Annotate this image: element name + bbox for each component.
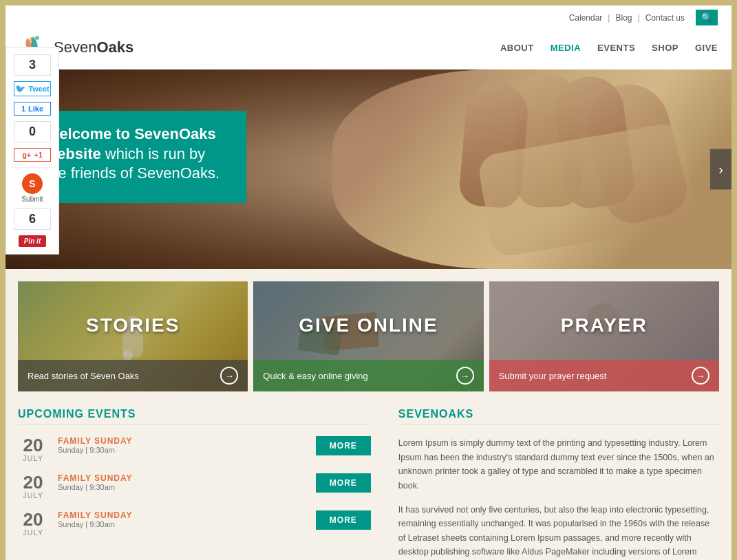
social-sidebar: 3 🐦 Tweet 1 Like 0 g+ +1 S Submit 6 Pin … [6,47,59,255]
zero-count: 0 [14,121,51,142]
event-3-month: JULY [18,528,48,537]
top-bar-links: Calendar | Blog | Contact us 🔍 [569,10,718,25]
tweet-button[interactable]: 🐦 Tweet [14,81,51,96]
svg-point-1 [35,36,39,40]
give-card[interactable]: GIVE ONLINE Quick & easy online giving → [253,281,483,391]
give-footer: Quick & easy online giving → [253,360,483,391]
event-1-name: FAMILY SUNDAY [58,436,306,446]
event-2-details: FAMILY SUNDAY Sunday | 9:30am [58,473,306,491]
hero-next-button[interactable]: › [710,149,731,190]
event-2-more-button[interactable]: MORE [316,473,371,493]
stumbleupon-icon: S [22,173,43,194]
search-button[interactable]: 🔍 [696,10,718,25]
about-title: SEVENOAKS [398,408,719,425]
event-2-month: JULY [18,491,48,499]
event-3-day: 20 [18,510,48,528]
events-title: UPCOMING EVENTS [18,408,371,425]
hero-section: Welcome to SevenOaks website which is ru… [6,69,731,269]
stories-arrow-icon: → [220,367,238,385]
sep2: | [638,13,640,23]
event-2-name: FAMILY SUNDAY [58,473,306,483]
pin-count: 6 [14,208,51,230]
nav-media[interactable]: MEDIA [551,43,581,53]
event-item-1: 20 JULY FAMILY SUNDAY Sunday | 9:30am MO… [18,436,371,462]
calendar-link[interactable]: Calendar [569,13,603,23]
tweet-count: 3 [14,54,51,76]
top-bar: Calendar | Blog | Contact us 🔍 [6,6,731,27]
search-icon: 🔍 [701,12,712,23]
nav-give[interactable]: GIVE [695,43,718,53]
about-para-1: Lorem Ipsum is simply dummy text of the … [398,436,719,493]
about-para-2: It has survived not only five centuries,… [398,503,719,561]
event-1-date: 20 JULY [18,436,48,462]
prayer-footer: Submit your prayer request → [489,360,719,391]
two-column-section: UPCOMING EVENTS 20 JULY FAMILY SUNDAY Su… [6,391,731,560]
site-header: Calendar | Blog | Contact us 🔍 [6,6,731,69]
gplus-icon: g+ [22,151,31,159]
event-1-month: JULY [18,454,48,462]
pinterest-button[interactable]: Pin it [19,235,46,247]
main-wrapper: Calendar | Blog | Contact us 🔍 [6,6,731,560]
event-item-2: 20 JULY FAMILY SUNDAY Sunday | 9:30am MO… [18,473,371,499]
stories-title: STORIES [18,314,248,336]
hero-overlay-box: Welcome to SevenOaks website which is ru… [26,111,246,203]
give-arrow-icon: → [456,367,474,385]
prayer-footer-text: Submit your prayer request [499,371,607,381]
about-column: SEVENOAKS Lorem Ipsum is simply dummy te… [398,408,719,560]
prayer-title: PRAYER [489,314,719,336]
event-1-more-button[interactable]: MORE [316,436,371,455]
prayer-card[interactable]: PRAYER Submit your prayer request → [489,281,719,391]
event-1-details: FAMILY SUNDAY Sunday | 9:30am [58,436,306,454]
outer-frame: 3 🐦 Tweet 1 Like 0 g+ +1 S Submit 6 Pin … [0,0,737,560]
give-footer-text: Quick & easy online giving [263,371,367,381]
event-3-time: Sunday | 9:30am [58,520,306,528]
logo-text: SevenOaks [54,39,133,56]
feature-cards-row: STORIES Read stories of Seven Oaks → GIV… [6,269,731,391]
facebook-like-count: 1 [21,105,25,113]
contact-link[interactable]: Contact us [645,13,685,23]
stories-card[interactable]: STORIES Read stories of Seven Oaks → [18,281,248,391]
logo-nav-bar: SevenOaks ABOUT MEDIA EVENTS SHOP GIVE [6,27,731,69]
event-2-date: 20 JULY [18,473,48,499]
divider [12,167,53,168]
svg-point-0 [30,37,34,41]
hero-heading: Welcome to SevenOaks website which is ru… [45,125,227,184]
event-2-day: 20 [18,473,48,491]
like-button[interactable]: 1 Like [14,102,51,116]
stumbleupon-button[interactable]: S Submit [21,173,43,203]
main-nav: ABOUT MEDIA EVENTS SHOP GIVE [500,43,718,53]
event-1-time: Sunday | 9:30am [58,446,306,454]
event-item-3: 20 JULY FAMILY SUNDAY Sunday | 9:30am MO… [18,510,371,537]
event-3-date: 20 JULY [18,510,48,537]
event-3-details: FAMILY SUNDAY Sunday | 9:30am [58,510,306,528]
stories-footer: Read stories of Seven Oaks → [18,360,248,391]
event-2-time: Sunday | 9:30am [58,483,306,491]
blog-link[interactable]: Blog [615,13,632,23]
nav-events[interactable]: EVENTS [597,43,635,53]
give-title: GIVE ONLINE [253,314,483,336]
event-3-name: FAMILY SUNDAY [58,510,306,520]
nav-about[interactable]: ABOUT [500,43,534,53]
event-1-day: 20 [18,436,48,454]
sep1: | [608,13,610,23]
events-column: UPCOMING EVENTS 20 JULY FAMILY SUNDAY Su… [18,408,371,560]
nav-shop[interactable]: SHOP [652,43,679,53]
twitter-icon: 🐦 [15,84,25,94]
event-3-more-button[interactable]: MORE [316,510,371,530]
stories-footer-text: Read stories of Seven Oaks [28,371,139,381]
gplus-button[interactable]: g+ +1 [14,148,51,162]
prayer-arrow-icon: → [692,367,709,385]
